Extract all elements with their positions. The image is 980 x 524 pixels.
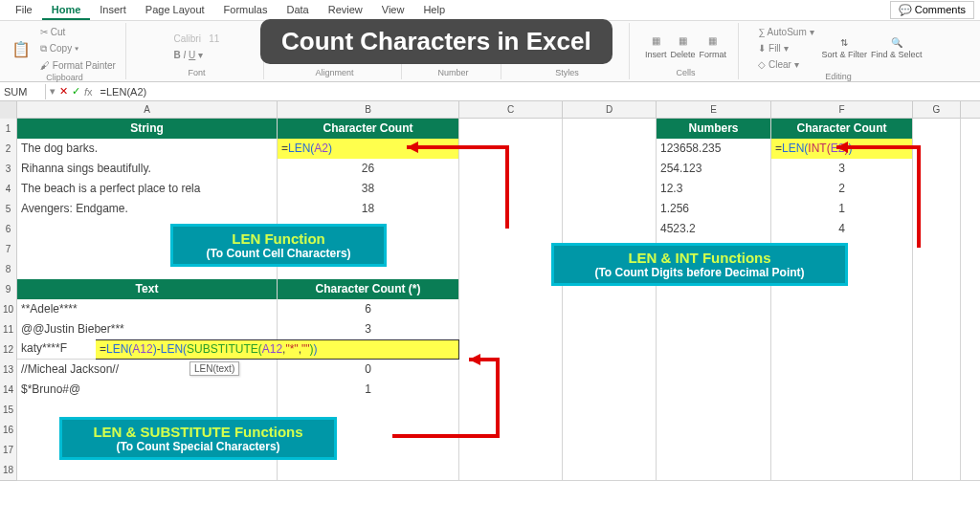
cell[interactable]: 18 [278, 199, 459, 220]
cell-active-formula[interactable]: =LEN(A2) [278, 139, 459, 160]
col-header-d[interactable]: D [563, 101, 657, 119]
delete-button[interactable]: ▦ [675, 33, 691, 48]
comments-button[interactable]: 💬 Comments [890, 1, 974, 19]
row-header[interactable]: 2 [0, 139, 17, 160]
cell[interactable]: 6 [278, 299, 459, 320]
row-header[interactable]: 12 [0, 339, 17, 360]
col-header-f[interactable]: F [771, 101, 913, 119]
cell[interactable] [563, 179, 657, 200]
cell-formula[interactable]: =LEN(A12)-LEN(SUBSTITUTE(A12,"*","")) [96, 339, 459, 360]
cell[interactable] [563, 199, 657, 220]
row-header[interactable]: 15 [0, 400, 17, 421]
italic-button[interactable]: I [184, 50, 187, 60]
name-box[interactable]: SUM [0, 84, 46, 99]
row-header[interactable]: 7 [0, 239, 17, 260]
tab-insert[interactable]: Insert [90, 1, 136, 20]
row-header[interactable]: 5 [0, 199, 17, 220]
col-header-c[interactable]: C [459, 101, 563, 119]
cell-formula[interactable]: =LEN(INT(E2)) [771, 139, 913, 160]
find-select-icon[interactable]: 🔍 [891, 37, 902, 48]
cell[interactable]: The beach is a perfect place to rela [17, 179, 278, 200]
row-header[interactable]: 10 [0, 299, 17, 320]
cell[interactable]: The dog barks. [17, 139, 278, 160]
col-header-g[interactable]: G [913, 101, 961, 119]
confirm-icon[interactable]: ✓ [72, 85, 80, 98]
cell[interactable] [563, 119, 657, 140]
format-painter-button[interactable]: 🖌 Format Painter [36, 58, 120, 73]
cell[interactable]: Rihanna sings beautifully. [17, 159, 278, 180]
cell[interactable]: Text [17, 279, 278, 300]
tab-view[interactable]: View [372, 1, 414, 20]
bold-button[interactable]: B [174, 50, 181, 60]
tab-home[interactable]: Home [42, 1, 91, 20]
cell[interactable] [913, 119, 961, 140]
clear-button[interactable]: ◇ Clear ▾ [754, 57, 817, 72]
fill-button[interactable]: ⬇ Fill ▾ [754, 41, 817, 55]
cell[interactable] [459, 179, 563, 200]
chevron-down-icon[interactable]: ▾ [50, 85, 56, 98]
cell[interactable] [459, 199, 563, 220]
sort-filter-icon[interactable]: ⇅ [840, 37, 848, 48]
row-header[interactable]: 17 [0, 440, 17, 461]
cell[interactable] [913, 159, 961, 180]
insert-button[interactable]: ▦ [648, 33, 664, 48]
cell[interactable]: @@Justin Bieber*** [17, 319, 278, 340]
cell[interactable] [913, 179, 961, 200]
cut-button[interactable]: ✂ Cut [36, 25, 120, 39]
autosum-button[interactable]: ∑ AutoSum ▾ [754, 25, 817, 39]
cell[interactable] [913, 199, 961, 220]
row-header[interactable]: 4 [0, 179, 17, 200]
cell[interactable] [459, 159, 563, 180]
cell[interactable]: 38 [278, 179, 459, 200]
cell[interactable] [961, 179, 980, 200]
tab-formulas[interactable]: Formulas [214, 1, 278, 20]
row-header[interactable]: 18 [0, 460, 17, 481]
row-header[interactable]: 9 [0, 279, 17, 300]
row-header[interactable]: 6 [0, 219, 17, 240]
cell[interactable]: 1 [771, 199, 913, 220]
tab-data[interactable]: Data [277, 1, 318, 20]
cell[interactable]: 4523.2 [657, 219, 771, 240]
col-header-h[interactable]: H [961, 101, 980, 119]
row-header[interactable]: 1 [0, 119, 17, 140]
cell[interactable]: 12.3 [657, 179, 771, 200]
row-header[interactable]: 8 [0, 259, 17, 280]
tab-help[interactable]: Help [413, 1, 455, 20]
col-header-b[interactable]: B [278, 101, 459, 119]
cell[interactable]: **Adele**** [17, 299, 278, 320]
paste-icon[interactable]: 📋 [10, 37, 33, 60]
cell[interactable] [913, 219, 961, 240]
cell[interactable]: Character Count (*) [278, 279, 459, 300]
row-header[interactable]: 13 [0, 360, 17, 381]
cell[interactable]: 1 [278, 380, 459, 401]
cell[interactable] [459, 219, 563, 240]
cell[interactable]: 3 [771, 159, 913, 180]
cell[interactable] [563, 139, 657, 160]
underline-button[interactable]: U [189, 50, 195, 60]
cell[interactable]: 3 [278, 319, 459, 340]
row-header[interactable]: 14 [0, 380, 17, 401]
tab-file[interactable]: File [6, 1, 42, 20]
cell[interactable]: $*Bruno#@ [17, 380, 278, 401]
cell[interactable] [913, 139, 961, 160]
cell[interactable]: 4 [771, 219, 913, 240]
cell[interactable]: String [17, 119, 278, 140]
cell[interactable] [961, 219, 980, 240]
tab-page-layout[interactable]: Page Layout [136, 1, 214, 20]
row-header[interactable]: 16 [0, 420, 17, 441]
cell[interactable]: 123658.235 [657, 139, 771, 160]
cell[interactable]: 0 [278, 360, 459, 381]
cell[interactable]: Numbers [657, 119, 771, 140]
row-header[interactable]: 11 [0, 319, 17, 340]
format-button[interactable]: ▦ [704, 33, 721, 48]
cell[interactable] [563, 219, 657, 240]
cell[interactable] [961, 199, 980, 220]
cell[interactable]: 254.123 [657, 159, 771, 180]
col-header-a[interactable]: A [17, 101, 278, 119]
tab-review[interactable]: Review [319, 1, 372, 20]
cancel-icon[interactable]: ✕ [59, 85, 68, 98]
cell[interactable] [961, 159, 980, 180]
cell[interactable] [459, 139, 563, 160]
cell[interactable]: Avengers: Endgame. [17, 199, 278, 220]
cell[interactable] [961, 139, 980, 160]
